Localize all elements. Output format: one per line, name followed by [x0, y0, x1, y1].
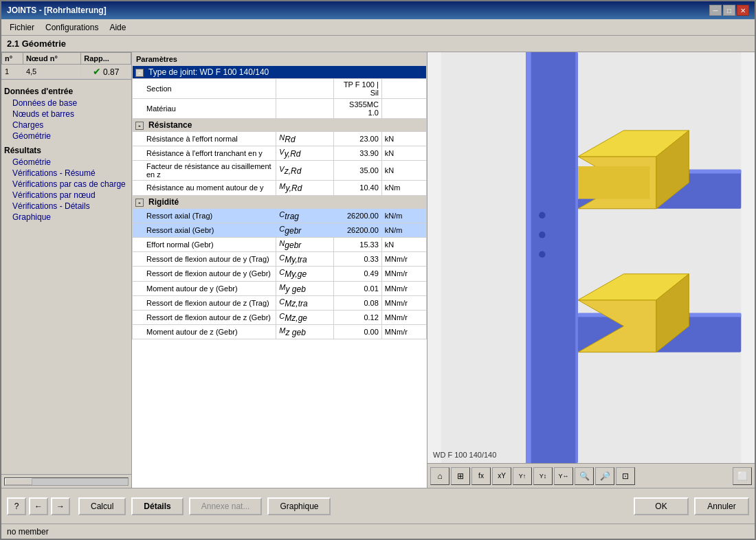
- cmztrag-unit: MNm/r: [381, 295, 426, 310]
- nav-geometrie-input[interactable]: Géométrie: [4, 131, 129, 142]
- nav-section-results[interactable]: Résultats: [4, 146, 129, 155]
- minimize-button[interactable]: ─: [709, 5, 722, 16]
- main-window: JOINTS - [Rohrhalterung] ─ □ ✕ Fichier C…: [0, 0, 756, 540]
- collapse-btn[interactable]: -: [135, 69, 144, 77]
- nav-verif-details[interactable]: Vérifications - Détails: [4, 201, 129, 212]
- rigidity-collapse-btn[interactable]: -: [135, 199, 144, 207]
- params-title: Paramètres: [133, 53, 427, 66]
- param-row-vyrd: Résistance à l'effort tranchant en y Vy,…: [133, 146, 427, 161]
- cmytrag-value: 0.33: [334, 252, 382, 267]
- view-btn-grid[interactable]: ⊞: [451, 467, 470, 485]
- row-n: 1: [2, 65, 23, 79]
- nav-graphique[interactable]: Graphique: [4, 212, 129, 223]
- cmygebr-unit: MNm/r: [381, 267, 426, 281]
- view-toolbar: ⌂ ⊞ fx xY Y↑ Y↕ Y↔ 🔍 🔎 ⊡ ⬜: [427, 463, 755, 488]
- annexe-button[interactable]: Annexe nat...: [189, 497, 263, 515]
- view-btn-fx[interactable]: fx: [471, 467, 491, 485]
- cmzgebr-unit: MNm/r: [381, 310, 426, 324]
- param-row-nrd: Résistance à l'effort normal NRd 23.00 k…: [133, 132, 427, 146]
- myrd-symbol: My,Rd: [276, 181, 334, 195]
- svg-point-14: [539, 212, 545, 218]
- cmztrag-value: 0.08: [334, 295, 382, 310]
- myrd-value: 10.40: [334, 181, 382, 195]
- mzgeb-label: Moment autour de z (Gebr): [133, 325, 276, 339]
- param-row-cmztrag: Ressort de flexion autour de z (Trag) CM…: [133, 295, 427, 310]
- cmytrag-label: Ressort de flexion autour de y (Trag): [133, 252, 276, 267]
- view-btn-fit[interactable]: ⊡: [616, 467, 635, 485]
- view-btn-y1[interactable]: Y↑: [513, 467, 532, 485]
- bottom-left-btns: ? ← →: [7, 497, 70, 515]
- mzgeb-unit: MNm/r: [381, 325, 426, 339]
- nav-verif-resume[interactable]: Vérifications - Résumé: [4, 168, 129, 179]
- cmzgebr-label: Ressort de flexion autour de z (Gebr): [133, 310, 276, 324]
- param-row-ngebr: Effort normal (Gebr) Ngebr 15.33 kN: [133, 237, 427, 251]
- row-check: ✔ 0.87: [81, 65, 131, 79]
- scrollbar-thumb[interactable]: [5, 478, 32, 485]
- view-btn-extra[interactable]: ⬜: [733, 467, 752, 485]
- annuler-button[interactable]: Annuler: [694, 497, 749, 515]
- param-material-unit: [381, 99, 426, 119]
- param-row-mzgeb: Moment autour de z (Gebr) Mz geb 0.00 MN…: [133, 325, 427, 339]
- nav-verif-cas[interactable]: Vérifications par cas de charge: [4, 179, 129, 190]
- mzgeb-symbol: Mz geb: [276, 325, 334, 339]
- status-text: no member: [7, 527, 49, 537]
- title-controls: ─ □ ✕: [709, 5, 749, 16]
- nav-donnees-base[interactable]: Données de base: [4, 98, 129, 109]
- param-section-symbol: [276, 79, 334, 99]
- myrd-unit: kNm: [381, 181, 426, 195]
- col-rapp: Rapp...: [81, 53, 131, 65]
- right-panel: WD F 100 140/140 ⌂ ⊞ fx xY Y↑ Y↕ Y↔ 🔍 🔎 …: [427, 52, 755, 488]
- details-button[interactable]: Détails: [131, 497, 183, 515]
- help-button[interactable]: ?: [7, 497, 26, 515]
- view-btn-y3[interactable]: Y↔: [554, 467, 573, 485]
- joint-type-row[interactable]: - Type de joint: WD F 100 140/140: [133, 66, 427, 79]
- mygeb-unit: MNm/r: [381, 281, 426, 295]
- graphique-button[interactable]: Graphique: [267, 497, 331, 515]
- maximize-button[interactable]: □: [723, 5, 735, 16]
- scrollbar-track[interactable]: [4, 477, 129, 486]
- menu-configurations[interactable]: Configurations: [40, 21, 104, 34]
- nav-section-input[interactable]: Données d'entrée: [4, 87, 129, 96]
- table-row[interactable]: 1 4,5 ✔ 0.87: [2, 65, 131, 79]
- vzrd-value: 35.00: [334, 161, 382, 181]
- vyrd-value: 33.90: [334, 146, 382, 161]
- ctrag-label: Ressort axial (Trag): [133, 208, 276, 223]
- menu-fichier[interactable]: Fichier: [4, 21, 40, 34]
- window-title: JOINTS - [Rohrhalterung]: [7, 5, 107, 15]
- cmzgebr-symbol: CMz,ge: [276, 310, 334, 324]
- status-bar: no member: [1, 524, 755, 539]
- forward-button[interactable]: →: [51, 497, 70, 515]
- param-row-myrd: Résistance au moment autour de y My,Rd 1…: [133, 181, 427, 195]
- resistance-collapse-btn[interactable]: -: [135, 122, 144, 130]
- view-btn-home[interactable]: ⌂: [430, 467, 449, 485]
- 3d-view: WD F 100 140/140: [427, 52, 755, 463]
- view-btn-y2[interactable]: Y↕: [533, 467, 553, 485]
- vzrd-symbol: Vz,Rd: [276, 161, 334, 181]
- close-button[interactable]: ✕: [737, 5, 749, 16]
- nav-geometrie-result[interactable]: Géométrie: [4, 157, 129, 168]
- cmygebr-label: Ressort de flexion autour de y (Gebr): [133, 267, 276, 281]
- left-scrollbar[interactable]: [1, 474, 131, 488]
- nav-charges[interactable]: Charges: [4, 120, 129, 131]
- cmzgebr-value: 0.12: [334, 310, 382, 324]
- ok-button[interactable]: OK: [634, 497, 689, 515]
- nav-noeuds-barres[interactable]: Nœuds et barres: [4, 109, 129, 120]
- param-row-cmytrag: Ressort de flexion autour de y (Trag) CM…: [133, 252, 427, 267]
- view-btn-zoom-in[interactable]: 🔍: [575, 467, 594, 485]
- back-button[interactable]: ←: [29, 497, 48, 515]
- mzgeb-value: 0.00: [334, 325, 382, 339]
- view-btn-xy[interactable]: xY: [492, 467, 511, 485]
- menu-aide[interactable]: Aide: [104, 21, 131, 34]
- view-btn-zoom-out[interactable]: 🔎: [595, 467, 614, 485]
- col-node: Nœud n°: [23, 53, 80, 65]
- row-node: 4,5: [23, 65, 80, 79]
- svg-rect-2: [526, 52, 531, 463]
- param-row-section: Section TP F 100 | Sil: [133, 79, 427, 99]
- svg-rect-1: [526, 52, 578, 463]
- nav-verif-noeud[interactable]: Vérifications par nœud: [4, 190, 129, 201]
- vyrd-symbol: Vy,Rd: [276, 146, 334, 161]
- main-content: 2.1 Géométrie n° Nœud n° Rapp... 1 4: [1, 36, 755, 524]
- ctrag-unit: kN/m: [381, 208, 426, 223]
- calcul-button[interactable]: Calcul: [78, 497, 126, 515]
- mygeb-symbol: My geb: [276, 281, 334, 295]
